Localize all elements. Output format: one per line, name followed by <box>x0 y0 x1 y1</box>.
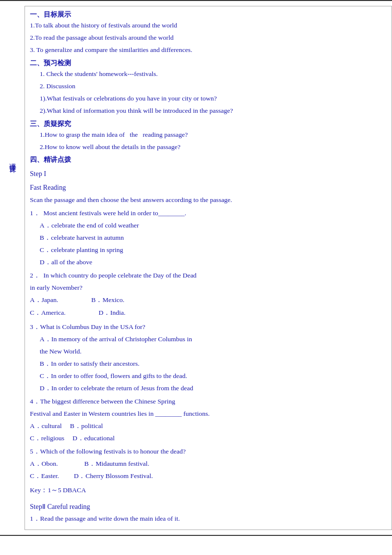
section-3: 三、质疑探究 1.How to grasp the main idea of t… <box>30 120 382 153</box>
step1-sublabel: Fast Reading <box>30 182 382 194</box>
section4-title: 四、精讲点拨 <box>30 156 71 163</box>
section2-item4: 2).What kind of information you think wi… <box>30 105 382 117</box>
section-1: 一、目标展示 1.To talk about the history of fe… <box>30 10 382 56</box>
step2-item1: 1．Read the passage and write down the ma… <box>30 513 382 525</box>
page-wrapper: 课堂设计 一、目标展示 1.To talk about the history … <box>0 0 392 555</box>
question-5: 5．Which of the following festivals is to… <box>30 446 382 482</box>
question-2: 2． In which country do people celebrate … <box>30 270 382 320</box>
section-2: 二、预习检测 1. Check the students' homework--… <box>30 59 382 117</box>
question-4: 4．The biggest difference between the Chi… <box>30 396 382 444</box>
question-1: 1． Most ancient festivals were held in o… <box>30 208 382 268</box>
q5-optCD: C．Easter. D．Cherry Blossom Festival. <box>30 471 382 482</box>
q2-optC <box>213 295 382 306</box>
step2-block: StepⅡ Careful reading 1．Read the passage… <box>30 501 382 525</box>
section1-item2: 2.To read the passage about festivals ar… <box>30 32 382 44</box>
q2-text2: in early November? <box>30 282 382 294</box>
q3-optC: C．In order to offer food, flowers and gi… <box>30 371 382 382</box>
q1-optB: B．celebrate harvest in autumn <box>30 232 382 244</box>
bottom-border <box>0 535 392 536</box>
section-4: 四、精讲点拨 <box>30 155 382 164</box>
q1-optD: D．all of the above <box>30 257 382 268</box>
q1-text: 1． Most ancient festivals were held in o… <box>30 208 382 219</box>
section1-item3: 3. To generalize and compare the similar… <box>30 45 382 56</box>
main-content: 一、目标展示 1.To talk about the history of fe… <box>24 6 392 530</box>
q1-optA: A．celebrate the end of cold weather <box>30 220 382 231</box>
q4-optAB: A．cultural B．political <box>30 421 382 432</box>
q4-text2: Festival and Easter in Western countries… <box>30 408 382 420</box>
q3-optA: A．In memory of the arrival of Christophe… <box>30 334 382 345</box>
step2-label: StepⅡ Careful reading <box>30 501 382 513</box>
q4-text: 4．The biggest difference between the Chi… <box>30 396 382 407</box>
step1-block: Step I Fast Reading Scan the passage and… <box>30 168 382 525</box>
step1-label: Step I <box>30 168 382 180</box>
content-area: 课堂设计 一、目标展示 1.To talk about the history … <box>0 1 392 535</box>
section3-item2: 2.How to know well about the details in … <box>30 142 382 153</box>
q2-options2: C．America. D．India. <box>30 307 382 320</box>
q3-text: 3．What is Columbus Day in the USA for? <box>30 322 382 333</box>
q1-optC: C．celebrate planting in spring <box>30 245 382 256</box>
section2-item1: 1. Check the students' homework---festiv… <box>30 69 382 80</box>
section2-title: 二、预习检测 <box>30 59 71 67</box>
q2-text: 2． In which country do people celebrate … <box>30 270 382 281</box>
q2-optCD: C．America. D．India. <box>30 307 125 319</box>
step1-intro: Scan the passage and then choose the bes… <box>30 195 382 206</box>
section3-title: 三、质疑探究 <box>30 120 71 127</box>
q2-options: A．Japan. B．Mexico. <box>30 295 382 307</box>
section2-item3: 1).What festivals or celebrations do you… <box>30 93 382 104</box>
q3-optB: B．In order to satisfy their ancestors. <box>30 358 382 370</box>
q3-optD: D．In order to celebrate the return of Je… <box>30 383 382 394</box>
q2-optA: A．Japan. B．Mexico. <box>30 295 199 306</box>
q5-text: 5．Which of the following festivals is to… <box>30 446 382 457</box>
question-3: 3．What is Columbus Day in the USA for? A… <box>30 322 382 394</box>
section1-item1: 1.To talk about the history of festivals… <box>30 20 382 31</box>
step1-key: Key：1～5 DBACA <box>30 485 382 496</box>
q3-optA2: the New World. <box>30 346 382 357</box>
q5-optAB: A．Obon. B．Midautumn festival. <box>30 458 382 470</box>
left-label: 课堂设计 <box>0 6 24 530</box>
section1-title: 一、目标展示 <box>30 11 71 18</box>
left-label-text: 课堂设计 <box>7 158 18 162</box>
section2-item2: 2. Discussion <box>30 81 382 92</box>
section3-item1: 1.How to grasp the main idea of the read… <box>30 129 382 141</box>
q4-optCD: C．religious D．educational <box>30 433 382 444</box>
